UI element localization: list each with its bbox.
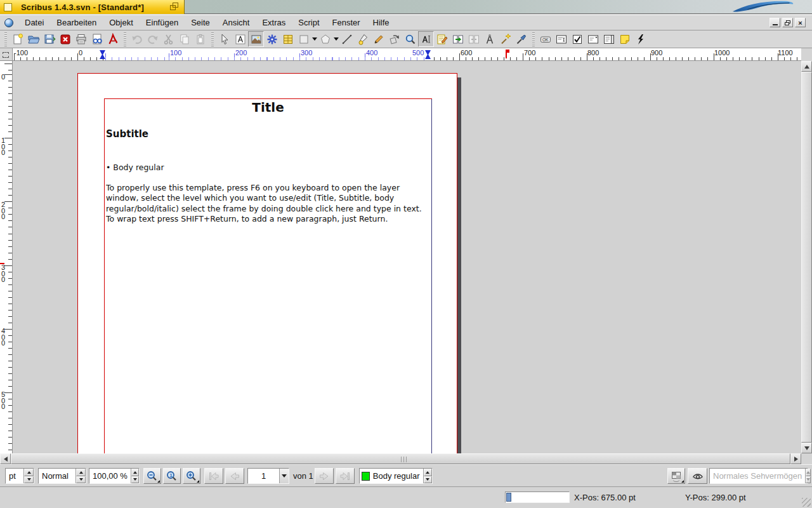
paste-button[interactable] [192,31,208,47]
zoom-tool-button[interactable] [402,31,418,47]
undo-button[interactable] [129,31,145,47]
pdf-checkbox-button[interactable] [569,31,585,47]
pdf-link-annotation-button[interactable] [632,31,648,47]
document-page[interactable]: Title Subtitle • Body regular To properl… [77,73,457,453]
measurements-button[interactable] [481,31,497,47]
story-editor-button[interactable] [434,31,450,47]
scroll-left-button[interactable] [0,453,11,464]
menu-hilfe[interactable]: Hilfe [367,16,396,29]
last-page-button[interactable] [336,468,355,484]
ruler-origin-widget[interactable] [0,48,13,61]
pdf-text-field-button[interactable] [553,31,569,47]
link-text-frames-button[interactable] [450,31,466,47]
zoom-out-button[interactable] [143,468,161,484]
preview-quality-select[interactable]: Normal [38,468,86,484]
pdf-list-box-button[interactable] [601,31,617,47]
save-document-button[interactable] [41,31,57,47]
text-frame[interactable]: Title Subtitle • Body regular To properl… [104,98,432,453]
vertical-scrollbar[interactable] [801,61,812,453]
doc-title-text: Title [105,100,431,115]
insert-table-button[interactable] [280,31,296,47]
zoom-100-button[interactable]: 1 [163,468,181,484]
menu-einfuegen[interactable]: Einfügen [140,16,185,29]
preflight-verifier-button[interactable] [89,31,105,47]
preview-mode-button[interactable] [688,468,707,484]
toolbar-handle[interactable] [3,32,8,46]
unlink-text-frames-button[interactable] [466,31,481,47]
menu-datei[interactable]: Datei [18,16,50,29]
open-document-button[interactable] [25,31,41,47]
menu-objekt[interactable]: Objekt [103,16,140,29]
horizontal-scrollbar-thumb[interactable] [11,453,790,464]
ruler-origin-icon [3,52,9,58]
menu-seite[interactable]: Seite [185,16,216,29]
insert-bezier-curve-button[interactable] [355,31,370,47]
select-item-button[interactable] [216,31,232,47]
pdf-text-annotation-button[interactable] [617,31,632,47]
first-page-button[interactable] [204,468,223,484]
new-document-button[interactable] [10,31,25,47]
export-pdf-button[interactable] [105,31,121,47]
insert-polygon-button[interactable] [317,31,333,47]
insert-shape-button[interactable] [296,31,311,47]
restore-button[interactable] [782,18,793,27]
redo-arrow-icon [147,33,159,46]
scroll-up-button[interactable] [801,61,812,72]
layer-spinner[interactable] [423,469,432,483]
zoom-spinner[interactable] [131,469,139,483]
menu-ansicht[interactable]: Ansicht [216,16,256,29]
eye-dropper-button[interactable] [513,31,529,47]
next-page-icon [318,470,331,483]
pdf-push-button-button[interactable]: OK [537,31,553,47]
unit-spinner[interactable] [23,469,34,483]
insert-freehand-line-button[interactable] [370,31,386,47]
shape-dropdown-arrow[interactable] [311,31,317,47]
image-preview-quality-button[interactable] [667,468,685,484]
menu-script[interactable]: Script [292,16,325,29]
menu-extras[interactable]: Extras [256,16,292,29]
horizontal-scrollbar[interactable] [0,453,801,464]
unit-select[interactable]: pt [5,468,34,484]
pdf-combo-box-button[interactable] [585,31,601,47]
menu-fenster[interactable]: Fenster [326,16,367,29]
insert-line-button[interactable] [339,31,355,47]
menu-bearbeiten[interactable]: Bearbeiten [50,16,103,29]
minimize-button[interactable] [769,18,780,27]
cut-button[interactable] [160,31,176,47]
vision-mode-select[interactable]: Normales Sehvermögen [709,468,808,484]
redo-button[interactable] [145,31,160,47]
insert-text-frame-button[interactable] [232,31,248,47]
scroll-down-button[interactable] [801,443,812,453]
shade-window-icon[interactable] [170,3,179,11]
scribus-app-icon [4,18,13,27]
page-shadow [457,77,461,453]
vertical-ruler[interactable]: 0 100 200 300 400 500 600 [0,61,13,453]
hruler-label: 600 [461,49,472,57]
vision-spinner[interactable] [805,469,811,483]
insert-image-frame-button[interactable] [248,31,264,47]
polygon-dropdown-arrow[interactable] [333,31,339,47]
vertical-scrollbar-thumb[interactable] [801,72,812,443]
copy-button[interactable] [176,31,192,47]
close-document-button[interactable] [57,31,73,47]
rotate-item-button[interactable] [386,31,402,47]
layer-select[interactable]: Body regular [359,468,433,484]
vruler-label: 100 [1,138,7,156]
resize-grip[interactable] [802,498,811,507]
close-button[interactable]: × [795,18,806,27]
copy-item-properties-button[interactable] [497,31,513,47]
scroll-right-button[interactable] [790,453,801,464]
insert-render-frame-button[interactable] [264,31,280,47]
quality-spinner[interactable] [75,469,86,483]
page-number-select[interactable]: 1 [247,468,289,484]
toolbar-separator [122,32,127,46]
page-dropdown-button[interactable] [279,469,289,483]
previous-page-button[interactable] [225,468,244,484]
zoom-level-spinbox[interactable]: 100,00 % [89,468,140,484]
next-page-button[interactable] [315,468,334,484]
edit-contents-button[interactable] [418,31,434,47]
window-title-tab[interactable]: Scribus 1.4.3.svn - [Standard*] [0,0,185,14]
zoom-in-button[interactable] [183,468,200,484]
horizontal-ruler[interactable]: -100 0 100 200 300 400 500 600 700 800 9… [13,48,801,61]
print-button[interactable] [73,31,89,47]
